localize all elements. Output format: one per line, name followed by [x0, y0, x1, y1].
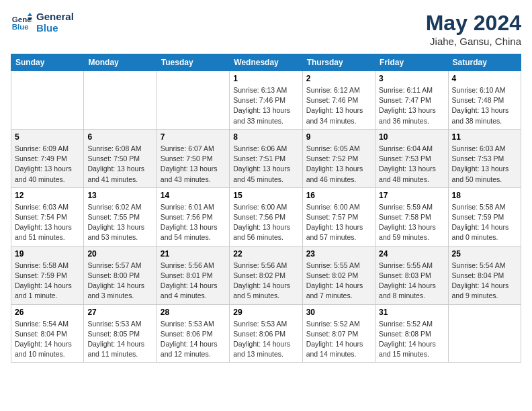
day-info: Sunrise: 5:53 AMSunset: 8:05 PMDaylight:…: [87, 319, 152, 360]
day-info: Sunrise: 5:53 AMSunset: 8:06 PMDaylight:…: [161, 319, 226, 360]
day-info: Sunrise: 5:59 AMSunset: 7:58 PMDaylight:…: [379, 202, 444, 243]
calendar-day-cell: 17Sunrise: 5:59 AMSunset: 7:58 PMDayligh…: [375, 187, 448, 246]
calendar-day-cell: 31Sunrise: 5:52 AMSunset: 8:08 PMDayligh…: [375, 304, 448, 363]
calendar-day-cell: 11Sunrise: 6:03 AMSunset: 7:53 PMDayligh…: [448, 129, 521, 187]
logo: General Blue General Blue: [11, 11, 74, 34]
day-number: 26: [15, 308, 80, 317]
calendar-day-cell: 30Sunrise: 5:52 AMSunset: 8:07 PMDayligh…: [302, 304, 375, 363]
day-number: 28: [161, 308, 226, 317]
calendar-day-cell: 13Sunrise: 6:02 AMSunset: 7:55 PMDayligh…: [84, 187, 157, 246]
title-block: May 2024 Jiahe, Gansu, China: [426, 11, 521, 47]
day-number: 7: [161, 132, 226, 142]
day-number: 23: [306, 249, 371, 259]
day-info: Sunrise: 6:00 AMSunset: 7:57 PMDaylight:…: [306, 202, 371, 243]
day-number: 25: [452, 249, 517, 259]
day-number: 13: [87, 191, 152, 200]
day-number: 31: [379, 308, 444, 317]
calendar-day-cell: 28Sunrise: 5:53 AMSunset: 8:06 PMDayligh…: [157, 304, 229, 363]
day-number: 18: [452, 191, 517, 200]
day-info: Sunrise: 6:04 AMSunset: 7:53 PMDaylight:…: [379, 144, 444, 185]
day-info: Sunrise: 5:55 AMSunset: 8:02 PMDaylight:…: [306, 261, 371, 302]
day-info: Sunrise: 5:54 AMSunset: 8:04 PMDaylight:…: [15, 319, 80, 360]
logo-icon: General Blue: [11, 11, 32, 33]
month-year-title: May 2024: [426, 11, 521, 36]
day-number: 12: [15, 191, 80, 200]
day-info: Sunrise: 5:55 AMSunset: 8:03 PMDaylight:…: [379, 261, 444, 302]
day-number: 11: [452, 132, 517, 142]
day-info: Sunrise: 5:52 AMSunset: 8:08 PMDaylight:…: [379, 319, 444, 360]
col-friday: Friday: [375, 54, 448, 71]
day-number: 29: [233, 308, 298, 317]
day-number: 5: [15, 132, 80, 142]
calendar-day-cell: 15Sunrise: 6:00 AMSunset: 7:56 PMDayligh…: [230, 187, 302, 246]
day-number: 1: [233, 74, 298, 83]
day-number: 30: [306, 308, 371, 317]
calendar-header-row: Sunday Monday Tuesday Wednesday Thursday…: [11, 54, 521, 71]
col-saturday: Saturday: [448, 54, 521, 71]
calendar-day-cell: 4Sunrise: 6:10 AMSunset: 7:48 PMDaylight…: [448, 71, 521, 130]
day-info: Sunrise: 6:09 AMSunset: 7:49 PMDaylight:…: [15, 144, 80, 185]
day-number: 2: [306, 74, 371, 83]
day-number: 4: [452, 74, 517, 83]
day-number: 9: [306, 132, 371, 142]
calendar-week-row: 19Sunrise: 5:58 AMSunset: 7:59 PMDayligh…: [11, 246, 521, 304]
day-info: Sunrise: 6:12 AMSunset: 7:46 PMDaylight:…: [306, 85, 371, 126]
calendar-day-cell: 29Sunrise: 5:53 AMSunset: 8:06 PMDayligh…: [230, 304, 302, 363]
day-number: 19: [15, 249, 80, 259]
day-info: Sunrise: 6:10 AMSunset: 7:48 PMDaylight:…: [452, 85, 517, 126]
calendar-day-cell: 7Sunrise: 6:07 AMSunset: 7:50 PMDaylight…: [157, 129, 229, 187]
logo-text-general: General: [36, 11, 74, 22]
col-thursday: Thursday: [302, 54, 375, 71]
day-info: Sunrise: 6:03 AMSunset: 7:53 PMDaylight:…: [452, 144, 517, 185]
day-number: 16: [306, 191, 371, 200]
day-info: Sunrise: 6:05 AMSunset: 7:52 PMDaylight:…: [306, 144, 371, 185]
day-info: Sunrise: 6:00 AMSunset: 7:56 PMDaylight:…: [233, 202, 298, 243]
day-number: 27: [87, 308, 152, 317]
day-info: Sunrise: 5:58 AMSunset: 7:59 PMDaylight:…: [15, 261, 80, 302]
calendar-day-cell: 2Sunrise: 6:12 AMSunset: 7:46 PMDaylight…: [302, 71, 375, 130]
day-number: 20: [87, 249, 152, 259]
calendar-week-row: 12Sunrise: 6:03 AMSunset: 7:54 PMDayligh…: [11, 187, 521, 246]
col-monday: Monday: [84, 54, 157, 71]
day-number: 15: [233, 191, 298, 200]
day-info: Sunrise: 5:56 AMSunset: 8:02 PMDaylight:…: [233, 261, 298, 302]
calendar-day-cell: 20Sunrise: 5:57 AMSunset: 8:00 PMDayligh…: [84, 246, 157, 304]
calendar-day-cell: 9Sunrise: 6:05 AMSunset: 7:52 PMDaylight…: [302, 129, 375, 187]
day-info: Sunrise: 5:56 AMSunset: 8:01 PMDaylight:…: [161, 261, 226, 302]
calendar-table: Sunday Monday Tuesday Wednesday Thursday…: [11, 54, 521, 363]
day-info: Sunrise: 5:54 AMSunset: 8:04 PMDaylight:…: [452, 261, 517, 302]
calendar-day-cell: [11, 71, 84, 130]
calendar-week-row: 1Sunrise: 6:13 AMSunset: 7:46 PMDaylight…: [11, 71, 521, 130]
calendar-day-cell: 16Sunrise: 6:00 AMSunset: 7:57 PMDayligh…: [302, 187, 375, 246]
calendar-week-row: 5Sunrise: 6:09 AMSunset: 7:49 PMDaylight…: [11, 129, 521, 187]
day-info: Sunrise: 6:03 AMSunset: 7:54 PMDaylight:…: [15, 202, 80, 243]
day-info: Sunrise: 5:57 AMSunset: 8:00 PMDaylight:…: [87, 261, 152, 302]
day-number: 22: [233, 249, 298, 259]
day-info: Sunrise: 6:11 AMSunset: 7:47 PMDaylight:…: [379, 85, 444, 126]
day-number: 8: [233, 132, 298, 142]
calendar-day-cell: 8Sunrise: 6:06 AMSunset: 7:51 PMDaylight…: [230, 129, 302, 187]
day-info: Sunrise: 6:01 AMSunset: 7:56 PMDaylight:…: [161, 202, 226, 243]
day-info: Sunrise: 6:08 AMSunset: 7:50 PMDaylight:…: [87, 144, 152, 185]
day-info: Sunrise: 6:13 AMSunset: 7:46 PMDaylight:…: [233, 85, 298, 126]
day-number: 10: [379, 132, 444, 142]
svg-marker-2: [28, 13, 32, 16]
day-info: Sunrise: 5:58 AMSunset: 7:59 PMDaylight:…: [452, 202, 517, 243]
logo-text-blue: Blue: [36, 22, 74, 34]
calendar-day-cell: [157, 71, 229, 130]
calendar-day-cell: 18Sunrise: 5:58 AMSunset: 7:59 PMDayligh…: [448, 187, 521, 246]
day-number: 21: [161, 249, 226, 259]
col-tuesday: Tuesday: [157, 54, 229, 71]
calendar-week-row: 26Sunrise: 5:54 AMSunset: 8:04 PMDayligh…: [11, 304, 521, 363]
calendar-day-cell: 23Sunrise: 5:55 AMSunset: 8:02 PMDayligh…: [302, 246, 375, 304]
calendar-day-cell: 26Sunrise: 5:54 AMSunset: 8:04 PMDayligh…: [11, 304, 84, 363]
col-wednesday: Wednesday: [230, 54, 302, 71]
calendar-day-cell: 22Sunrise: 5:56 AMSunset: 8:02 PMDayligh…: [230, 246, 302, 304]
day-number: 6: [87, 132, 152, 142]
calendar-day-cell: 21Sunrise: 5:56 AMSunset: 8:01 PMDayligh…: [157, 246, 229, 304]
day-number: 17: [379, 191, 444, 200]
day-info: Sunrise: 6:07 AMSunset: 7:50 PMDaylight:…: [161, 144, 226, 185]
day-info: Sunrise: 6:02 AMSunset: 7:55 PMDaylight:…: [87, 202, 152, 243]
calendar-day-cell: 12Sunrise: 6:03 AMSunset: 7:54 PMDayligh…: [11, 187, 84, 246]
col-sunday: Sunday: [11, 54, 84, 71]
